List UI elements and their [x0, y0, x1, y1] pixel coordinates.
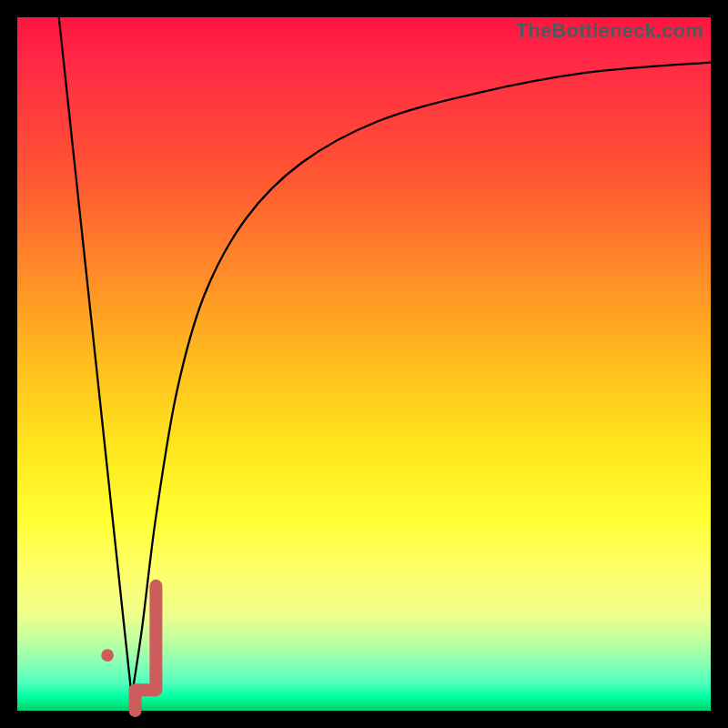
curve-right: [132, 63, 711, 697]
chart-frame: TheBottleneck.com: [0, 0, 728, 728]
curve-left: [59, 17, 132, 697]
marker-dot: [101, 649, 114, 662]
chart-svg: [17, 17, 711, 711]
plot-area: TheBottleneck.com: [17, 17, 711, 711]
